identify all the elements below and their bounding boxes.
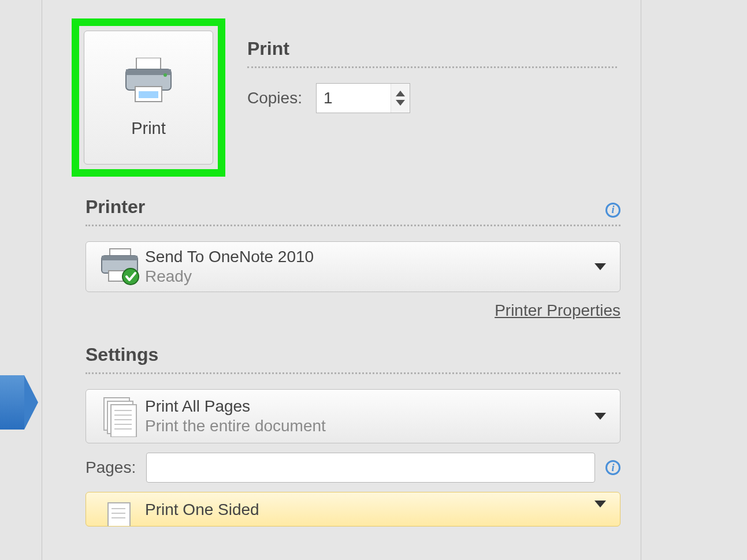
print-backstage-panel: Print Print Copies: Printer i: [42, 0, 641, 560]
print-button[interactable]: Print: [84, 31, 213, 165]
selected-printer-status: Ready: [145, 267, 594, 286]
copies-spinner[interactable]: [316, 83, 410, 113]
svg-rect-19: [108, 503, 130, 527]
svg-point-10: [122, 268, 139, 285]
print-range-dropdown[interactable]: Print All Pages Print the entire documen…: [86, 389, 620, 443]
pages-label: Pages:: [86, 458, 136, 477]
step-arrow-marker: [0, 375, 38, 430]
single-page-icon: [96, 501, 145, 527]
pages-stack-icon: [96, 395, 145, 437]
selected-printer-name: Send To OneNote 2010: [145, 248, 594, 266]
print-sides-dropdown[interactable]: Print One Sided: [86, 492, 620, 527]
info-icon[interactable]: i: [605, 460, 620, 475]
chevron-down-icon: [594, 501, 606, 507]
chevron-down-icon: [594, 263, 606, 270]
printer-properties-link[interactable]: Printer Properties: [86, 301, 620, 320]
highlight-frame: Print: [72, 18, 225, 177]
print-range-secondary: Print the entire document: [145, 417, 594, 435]
svg-point-3: [163, 73, 167, 77]
print-button-label: Print: [131, 119, 166, 138]
svg-rect-13: [111, 405, 136, 437]
svg-rect-5: [139, 91, 158, 98]
chevron-down-icon: [594, 413, 606, 420]
settings-section-heading: Settings: [86, 344, 620, 365]
copies-input[interactable]: [317, 84, 391, 113]
printer-icon: [122, 58, 174, 105]
print-range-primary: Print All Pages: [145, 397, 594, 416]
svg-rect-0: [136, 58, 161, 70]
printer-selector-dropdown[interactable]: Send To OneNote 2010 Ready: [86, 241, 620, 292]
print-sides-primary: Print One Sided: [145, 501, 594, 519]
print-section-heading: Print: [247, 38, 617, 59]
copies-label: Copies:: [247, 89, 302, 107]
info-icon[interactable]: i: [605, 203, 620, 218]
spinner-down-icon[interactable]: [396, 100, 405, 106]
divider: [247, 66, 617, 68]
divider: [86, 225, 620, 226]
divider: [86, 372, 620, 374]
svg-rect-8: [102, 256, 137, 260]
pages-input[interactable]: [146, 453, 595, 483]
printer-section-heading: Printer: [86, 196, 145, 218]
printer-ready-icon: [96, 248, 145, 286]
spinner-up-icon[interactable]: [396, 91, 405, 96]
